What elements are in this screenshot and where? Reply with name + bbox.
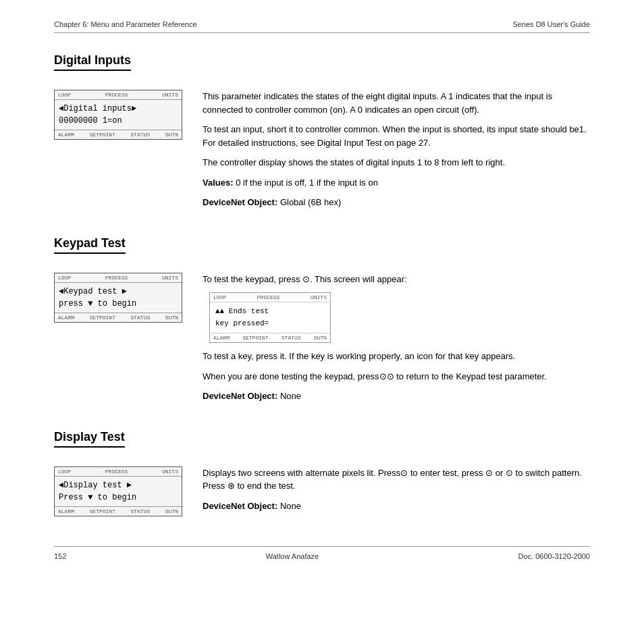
values-text: 0 if the input is off, 1 if the input is… (236, 178, 378, 188)
footer-center: Watlow Anafaze (266, 552, 319, 560)
page-container: Chapter 6: Menu and Parameter Reference … (0, 0, 644, 587)
lcd-out-label: OUT% (165, 132, 178, 138)
screen2-bottom: ALARM SETPOINT STATUS OUT% (210, 333, 330, 342)
screen2-line2: key pressed= (215, 318, 325, 330)
devicenet-label-dt: DeviceNet Object: (203, 501, 277, 511)
lcd-process-label: PROCESS (105, 92, 128, 98)
values-label: Values: (203, 178, 234, 188)
page-footer: 152 Watlow Anafaze Doc. 0600-3120-2000 (54, 546, 590, 560)
s2-units: UNITS (311, 294, 327, 300)
devicenet-label-di: DeviceNet Object: (203, 197, 277, 207)
footer-page-number: 152 (54, 552, 66, 560)
digital-inputs-para1: This parameter indicates the states of t… (203, 90, 590, 116)
digital-inputs-para3: The controller display shows the states … (203, 156, 590, 169)
keypad-test-devicenet: DeviceNet Object: None (203, 390, 590, 403)
keypad-test-screen2: LOOP PROCESS UNITS ▲▲ Ends test key pres… (209, 292, 331, 343)
kt-lcd-alarm: ALARM (58, 315, 74, 321)
screen2-line1: ▲▲ Ends test (215, 306, 325, 318)
keypad-test-intro: To test the keypad, press ⊙. This screen… (203, 273, 590, 286)
dt-lcd-out: OUT% (165, 508, 178, 514)
display-test-para: Displays two screens with alternate pixe… (203, 466, 590, 493)
keypad-test-lcd-content: ◄Keypad test ► press ▼ to begin (55, 283, 182, 313)
display-test-section: LOOP PROCESS UNITS ◄Display test ► Press… (54, 466, 590, 520)
digital-inputs-lcd-line1: ◄Digital inputs► (59, 103, 178, 115)
dt-lcd-process: PROCESS (105, 468, 128, 475)
display-test-lcd-top: LOOP PROCESS UNITS (55, 467, 182, 477)
keypad-test-para1: To test a key, press it. If the key is w… (203, 350, 590, 363)
keypad-test-heading: Keypad Test (54, 236, 126, 254)
display-test-lcd-bottom: ALARM SETPOINT STATUS OUT% (55, 506, 182, 516)
footer-doc-number: Doc. 0600-3120-2000 (518, 552, 590, 560)
keypad-test-lcd-bottom: ALARM SETPOINT STATUS OUT% (55, 313, 182, 322)
page-header: Chapter 6: Menu and Parameter Reference … (54, 20, 590, 33)
header-left: Chapter 6: Menu and Parameter Reference (54, 20, 197, 28)
kt-lcd-status: STATUS (130, 315, 150, 321)
devicenet-label-kt: DeviceNet Object: (203, 391, 277, 401)
digital-inputs-lcd-content: ◄Digital inputs► 00000000 1=on (55, 100, 182, 130)
keypad-test-heading-row: Keypad Test (54, 236, 590, 265)
digital-inputs-lcd-top: LOOP PROCESS UNITS (55, 90, 182, 100)
s2-process: PROCESS (257, 294, 280, 300)
display-test-heading-row: Display Test (54, 430, 590, 458)
header-right: Series D8 User's Guide (512, 20, 590, 28)
dt-lcd-status: STATUS (130, 508, 150, 514)
digital-inputs-left: LOOP PROCESS UNITS ◄Digital inputs► 0000… (54, 90, 189, 216)
s2-status: STATUS (281, 335, 301, 341)
display-test-heading: Display Test (54, 430, 125, 448)
display-test-left: LOOP PROCESS UNITS ◄Display test ► Press… (54, 466, 189, 520)
kt-lcd-process: PROCESS (105, 275, 128, 281)
keypad-test-right: To test the keypad, press ⊙. This screen… (203, 273, 590, 410)
dt-lcd-alarm: ALARM (58, 508, 74, 514)
dt-lcd-units: UNITS (162, 468, 178, 475)
s2-out: OUT% (314, 335, 327, 341)
display-test-lcd-line2: Press ▼ to begin (59, 491, 178, 504)
digital-inputs-heading-row: Digital Inputs (54, 53, 590, 82)
display-test-right: Displays two screens with alternate pixe… (203, 466, 590, 520)
s2-loop: LOOP (213, 294, 226, 300)
keypad-test-lcd-line1: ◄Keypad test ► (59, 286, 178, 298)
digital-inputs-section: LOOP PROCESS UNITS ◄Digital inputs► 0000… (54, 90, 590, 216)
digital-inputs-devicenet: DeviceNet Object: Global (6B hex) (203, 196, 590, 209)
display-test-lcd: LOOP PROCESS UNITS ◄Display test ► Press… (54, 466, 182, 516)
digital-inputs-lcd-line2: 00000000 1=on (59, 115, 178, 127)
dt-lcd-loop: LOOP (58, 468, 71, 475)
display-test-lcd-line1: ◄Display test ► (59, 479, 178, 491)
lcd-units-label: UNITS (162, 92, 178, 98)
screen2-top: LOOP PROCESS UNITS (210, 293, 330, 302)
devicenet-text-kt: None (280, 391, 301, 401)
s2-setpoint: SETPOINT (242, 335, 268, 341)
keypad-test-left: LOOP PROCESS UNITS ◄Keypad test ► press … (54, 273, 189, 410)
dt-lcd-setpoint: SETPOINT (90, 508, 115, 514)
digital-inputs-lcd-bottom: ALARM SETPOINT STATUS OUT% (55, 130, 182, 139)
kt-lcd-units: UNITS (162, 275, 178, 281)
lcd-alarm-label: ALARM (58, 132, 74, 138)
keypad-test-lcd-top: LOOP PROCESS UNITS (55, 273, 182, 283)
devicenet-text-di: Global (6B hex) (280, 197, 341, 207)
display-test-lcd-content: ◄Display test ► Press ▼ to begin (55, 477, 182, 506)
display-test-devicenet: DeviceNet Object: None (203, 500, 590, 513)
kt-lcd-out: OUT% (165, 315, 178, 321)
keypad-test-lcd-line2: press ▼ to begin (59, 298, 178, 310)
digital-inputs-right: This parameter indicates the states of t… (203, 90, 590, 216)
screen2-content: ▲▲ Ends test key pressed= (210, 302, 330, 333)
kt-lcd-loop: LOOP (58, 275, 71, 281)
keypad-test-section: LOOP PROCESS UNITS ◄Keypad test ► press … (54, 273, 590, 410)
digital-inputs-values: Values: 0 if the input is off, 1 if the … (203, 176, 590, 190)
keypad-test-lcd: LOOP PROCESS UNITS ◄Keypad test ► press … (54, 273, 182, 323)
s2-alarm: ALARM (213, 335, 230, 341)
lcd-loop-label: LOOP (58, 92, 71, 98)
digital-inputs-para2: To test an input, short it to controller… (203, 123, 590, 149)
lcd-setpoint-label: SETPOINT (90, 132, 115, 138)
kt-lcd-setpoint: SETPOINT (90, 315, 115, 321)
devicenet-text-dt: None (280, 501, 301, 511)
keypad-test-para2: When you are done testing the keypad, pr… (203, 370, 590, 383)
digital-inputs-lcd: LOOP PROCESS UNITS ◄Digital inputs► 0000… (54, 90, 182, 140)
lcd-status-label: STATUS (130, 132, 150, 138)
digital-inputs-heading: Digital Inputs (54, 53, 131, 71)
